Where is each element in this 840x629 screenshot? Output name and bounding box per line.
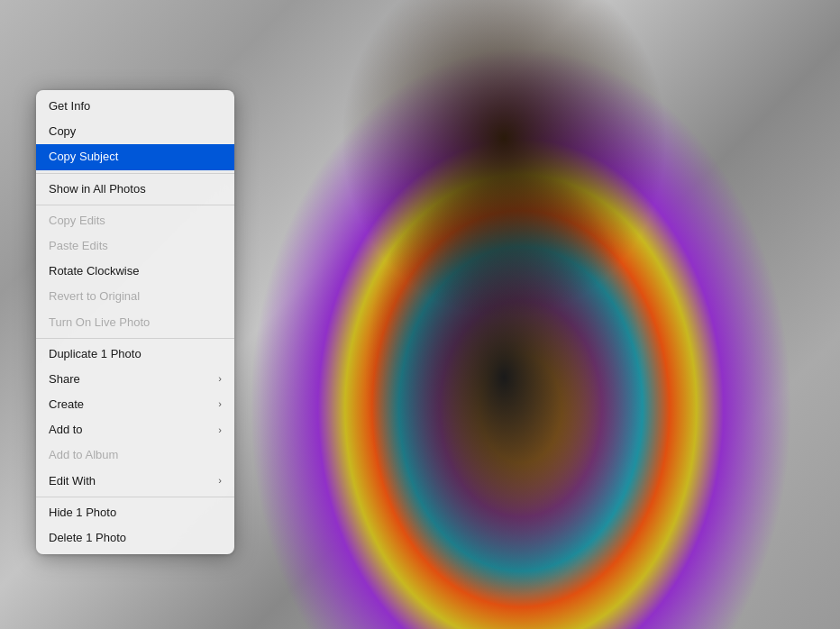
share-submenu-chevron: › xyxy=(218,372,222,386)
separator-3 xyxy=(36,338,234,339)
menu-item-copy[interactable]: Copy xyxy=(36,119,234,144)
menu-item-show-in-all-photos[interactable]: Show in All Photos xyxy=(36,177,234,202)
create-submenu-chevron: › xyxy=(218,397,222,411)
menu-item-copy-edits: Copy Edits xyxy=(36,208,234,233)
menu-item-hide-photo[interactable]: Hide 1 Photo xyxy=(36,500,234,525)
menu-item-turn-on-live-photo: Turn On Live Photo xyxy=(36,310,234,335)
menu-item-get-info[interactable]: Get Info xyxy=(36,94,234,119)
menu-item-create[interactable]: Create › xyxy=(36,392,234,417)
menu-item-revert-to-original: Revert to Original xyxy=(36,284,234,309)
menu-item-copy-subject[interactable]: Copy Subject xyxy=(36,144,234,169)
separator-4 xyxy=(36,497,234,497)
separator-1 xyxy=(36,173,234,174)
menu-item-share[interactable]: Share › xyxy=(36,367,234,392)
add-to-submenu-chevron: › xyxy=(218,424,222,437)
separator-2 xyxy=(36,205,234,205)
context-menu: Get Info Copy Copy Subject Show in All P… xyxy=(36,90,234,554)
menu-item-edit-with[interactable]: Edit With › xyxy=(36,469,234,494)
menu-item-add-to-album: Add to Album xyxy=(36,442,234,468)
menu-item-paste-edits: Paste Edits xyxy=(36,233,234,259)
edit-with-submenu-chevron: › xyxy=(218,474,222,488)
menu-item-duplicate-photo[interactable]: Duplicate 1 Photo xyxy=(36,342,234,367)
menu-item-add-to[interactable]: Add to › xyxy=(36,417,234,442)
menu-item-delete-photo[interactable]: Delete 1 Photo xyxy=(36,525,234,551)
menu-item-rotate-clockwise[interactable]: Rotate Clockwise xyxy=(36,259,234,284)
